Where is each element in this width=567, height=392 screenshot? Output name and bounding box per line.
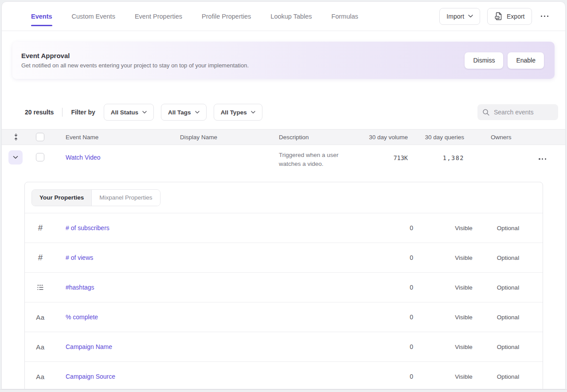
active-tab-underline xyxy=(31,25,52,26)
property-requirement: Optional xyxy=(477,225,539,231)
list-type-icon xyxy=(34,283,47,291)
export-label: Export xyxy=(507,13,524,20)
column-header-owners: Owners xyxy=(491,134,512,141)
dot xyxy=(544,16,546,17)
properties-tab-switch: Your Properties Mixpanel Properties xyxy=(31,189,160,206)
dot xyxy=(539,158,540,160)
event-properties-panel: Your Properties Mixpanel Properties # # … xyxy=(24,182,543,389)
property-row: # # of subscribers 0 Visible Optional xyxy=(25,213,543,243)
property-count: 0 xyxy=(410,224,413,231)
banner-description: Get notified on all new events entering … xyxy=(21,62,249,69)
chevron-down-icon xyxy=(13,156,18,159)
csv-file-icon: csv xyxy=(494,12,503,20)
property-count: 0 xyxy=(410,373,413,380)
property-count: 0 xyxy=(410,254,413,261)
properties-tabs: Your Properties Mixpanel Properties xyxy=(25,182,543,213)
column-header-display-name: Display Name xyxy=(180,134,217,141)
chevron-down-icon xyxy=(142,111,147,114)
event-description: Triggered when a user watches a video. xyxy=(279,151,354,169)
column-header-description: Description xyxy=(279,134,309,141)
column-header-queries: 30 day queries xyxy=(425,134,464,141)
text-type-icon: Aa xyxy=(34,373,47,380)
collapse-row-button[interactable] xyxy=(8,150,23,165)
tab-lookup-tables[interactable]: Lookup Tables xyxy=(261,2,321,31)
dot xyxy=(542,158,543,160)
property-requirement: Optional xyxy=(477,344,539,350)
property-requirement: Optional xyxy=(477,255,539,261)
window-bottom-edge xyxy=(0,389,567,390)
event-queries: 1,382 xyxy=(443,154,464,161)
top-nav: Events Custom Events Event Properties Pr… xyxy=(2,2,565,31)
import-button[interactable]: Import xyxy=(439,8,480,25)
text-type-icon: Aa xyxy=(34,314,47,321)
dot xyxy=(545,158,546,160)
more-options-button[interactable] xyxy=(539,13,551,20)
column-header-volume: 30 day volume xyxy=(369,134,408,141)
import-label: Import xyxy=(446,13,464,20)
chevron-down-icon xyxy=(468,15,473,18)
tab-profile-properties[interactable]: Profile Properties xyxy=(192,2,261,31)
collapse-rows-icon xyxy=(12,133,20,141)
types-filter-dropdown[interactable]: All Types xyxy=(214,104,262,121)
text-type-icon: Aa xyxy=(34,343,47,351)
property-name-link[interactable]: % complete xyxy=(66,314,98,321)
tab-your-properties[interactable]: Your Properties xyxy=(32,190,92,206)
status-filter-dropdown[interactable]: All Status xyxy=(104,104,154,121)
filter-by-label: Filter by xyxy=(71,109,95,116)
search-events-input[interactable] xyxy=(494,109,551,116)
property-row: Aa % complete 0 Visible Optional xyxy=(25,302,543,332)
tab-label: Lookup Tables xyxy=(270,13,312,20)
property-count: 0 xyxy=(410,343,413,350)
tab-label: Formulas xyxy=(332,13,358,20)
lexicon-page: Events Custom Events Event Properties Pr… xyxy=(1,1,566,389)
property-row: Aa Campaign Name 0 Visible Optional xyxy=(25,332,543,362)
export-button[interactable]: csv Export xyxy=(487,8,532,25)
row-checkbox[interactable] xyxy=(36,153,44,161)
banner-actions: Dismiss Enable xyxy=(465,52,544,69)
number-type-icon: # xyxy=(34,253,47,263)
status-filter-value: All Status xyxy=(111,109,138,116)
event-volume: 713K xyxy=(393,154,408,161)
tags-filter-value: All Tags xyxy=(168,109,191,116)
types-filter-value: All Types xyxy=(221,109,247,116)
tab-label: Events xyxy=(31,13,52,20)
tags-filter-dropdown[interactable]: All Tags xyxy=(161,104,207,121)
tab-custom-events[interactable]: Custom Events xyxy=(62,2,125,31)
property-count: 0 xyxy=(410,314,413,321)
tab-mixpanel-properties[interactable]: Mixpanel Properties xyxy=(92,190,160,206)
chevron-down-icon xyxy=(251,111,255,114)
property-row: #hashtags 0 Visible Optional xyxy=(25,273,543,302)
column-header-event-name: Event Name xyxy=(66,134,98,141)
property-name-link[interactable]: Campaign Source xyxy=(66,373,115,380)
tab-event-properties[interactable]: Event Properties xyxy=(125,2,192,31)
property-name-link[interactable]: # of views xyxy=(66,254,93,261)
nav-tabs: Events Custom Events Event Properties Pr… xyxy=(2,2,368,31)
tab-label: Custom Events xyxy=(72,13,115,20)
tab-formulas[interactable]: Formulas xyxy=(322,2,368,31)
chevron-down-icon xyxy=(195,111,199,114)
search-events-field xyxy=(477,104,558,120)
row-actions-button[interactable] xyxy=(537,156,548,162)
dot xyxy=(541,16,543,17)
table-row-watch-video: Watch Video Triggered when a user watche… xyxy=(2,145,565,174)
filter-bar: 20 results Filter by All Status All Tags… xyxy=(2,104,565,121)
divider xyxy=(62,108,63,117)
banner-text: Event Approval Get notified on all new e… xyxy=(21,52,249,69)
tab-label: Event Properties xyxy=(135,13,182,20)
collapse-all-button[interactable] xyxy=(12,133,20,141)
event-name-link[interactable]: Watch Video xyxy=(66,154,101,161)
property-count: 0 xyxy=(410,284,413,291)
property-row: Aa Campaign Source 0 Visible Optional xyxy=(25,362,543,389)
select-all-checkbox[interactable] xyxy=(36,133,44,141)
enable-button[interactable]: Enable xyxy=(508,52,544,69)
results-count: 20 results xyxy=(25,109,54,116)
dismiss-button[interactable]: Dismiss xyxy=(465,52,503,69)
property-requirement: Optional xyxy=(477,373,539,380)
tab-events[interactable]: Events xyxy=(21,2,62,31)
property-requirement: Optional xyxy=(477,284,539,291)
property-name-link[interactable]: #hashtags xyxy=(66,284,94,291)
property-requirement: Optional xyxy=(477,314,539,321)
property-name-link[interactable]: # of subscribers xyxy=(66,224,109,231)
property-name-link[interactable]: Campaign Name xyxy=(66,343,112,350)
event-approval-banner: Event Approval Get notified on all new e… xyxy=(12,42,555,79)
